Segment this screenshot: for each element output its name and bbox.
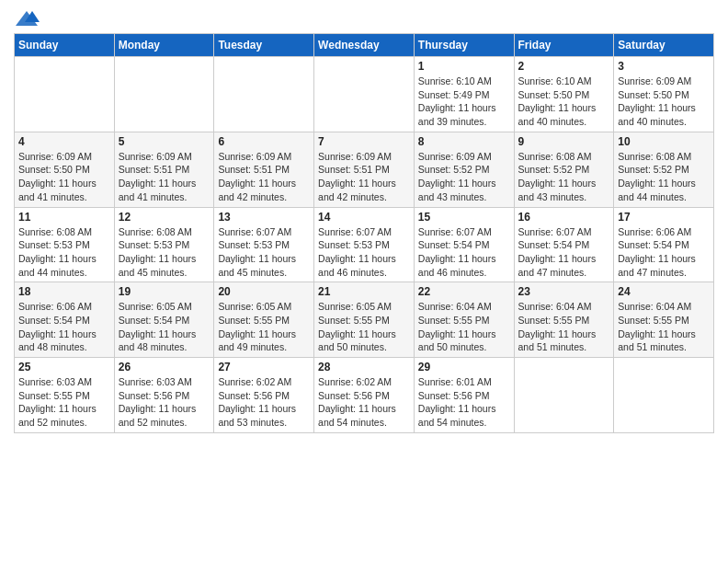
day-number: 18 <box>18 285 110 298</box>
day-info: Sunrise: 6:05 AM Sunset: 5:55 PM Dayligh… <box>318 300 410 354</box>
calendar-header-row: SundayMondayTuesdayWednesdayThursdayFrid… <box>15 34 714 57</box>
calendar-cell: 1Sunrise: 6:10 AM Sunset: 5:49 PM Daylig… <box>414 57 514 132</box>
day-info: Sunrise: 6:03 AM Sunset: 5:55 PM Dayligh… <box>18 375 110 430</box>
calendar-cell: 5Sunrise: 6:09 AM Sunset: 5:51 PM Daylig… <box>114 132 214 207</box>
day-info: Sunrise: 6:04 AM Sunset: 5:55 PM Dayligh… <box>518 300 610 354</box>
day-number: 29 <box>418 361 510 373</box>
calendar-cell: 28Sunrise: 6:02 AM Sunset: 5:56 PM Dayli… <box>314 358 415 433</box>
day-number: 11 <box>18 211 110 224</box>
day-info: Sunrise: 6:07 AM Sunset: 5:54 PM Dayligh… <box>518 225 610 280</box>
calendar-week-row: 4Sunrise: 6:09 AM Sunset: 5:50 PM Daylig… <box>15 132 714 207</box>
day-number: 2 <box>518 60 610 73</box>
day-number: 25 <box>18 361 110 373</box>
calendar-cell <box>314 57 415 132</box>
calendar-cell: 10Sunrise: 6:08 AM Sunset: 5:52 PM Dayli… <box>614 132 714 207</box>
day-info: Sunrise: 6:09 AM Sunset: 5:50 PM Dayligh… <box>18 150 110 204</box>
calendar-cell: 17Sunrise: 6:06 AM Sunset: 5:54 PM Dayli… <box>614 207 714 282</box>
calendar-cell: 7Sunrise: 6:09 AM Sunset: 5:51 PM Daylig… <box>314 132 415 207</box>
calendar-cell: 26Sunrise: 6:03 AM Sunset: 5:56 PM Dayli… <box>114 358 214 433</box>
day-info: Sunrise: 6:09 AM Sunset: 5:50 PM Dayligh… <box>618 75 710 129</box>
day-number: 10 <box>618 135 710 148</box>
day-number: 9 <box>518 135 610 148</box>
col-header-thursday: Thursday <box>414 34 514 57</box>
day-number: 27 <box>218 361 310 373</box>
col-header-saturday: Saturday <box>614 34 714 57</box>
calendar-cell: 19Sunrise: 6:05 AM Sunset: 5:54 PM Dayli… <box>114 282 214 358</box>
calendar-cell: 25Sunrise: 6:03 AM Sunset: 5:55 PM Dayli… <box>15 358 115 433</box>
col-header-wednesday: Wednesday <box>314 34 415 57</box>
day-number: 8 <box>418 135 510 148</box>
day-info: Sunrise: 6:09 AM Sunset: 5:51 PM Dayligh… <box>119 150 210 204</box>
calendar-cell <box>114 57 214 132</box>
calendar-cell: 24Sunrise: 6:04 AM Sunset: 5:55 PM Dayli… <box>614 282 714 358</box>
day-info: Sunrise: 6:09 AM Sunset: 5:52 PM Dayligh… <box>418 150 510 204</box>
calendar-cell <box>514 358 614 433</box>
day-info: Sunrise: 6:05 AM Sunset: 5:54 PM Dayligh… <box>119 300 210 354</box>
calendar-cell: 23Sunrise: 6:04 AM Sunset: 5:55 PM Dayli… <box>514 282 614 358</box>
calendar-cell: 8Sunrise: 6:09 AM Sunset: 5:52 PM Daylig… <box>414 132 514 207</box>
calendar-cell: 16Sunrise: 6:07 AM Sunset: 5:54 PM Dayli… <box>514 207 614 282</box>
day-info: Sunrise: 6:07 AM Sunset: 5:53 PM Dayligh… <box>218 225 310 280</box>
calendar-cell <box>214 57 314 132</box>
calendar-week-row: 18Sunrise: 6:06 AM Sunset: 5:54 PM Dayli… <box>15 282 714 358</box>
day-info: Sunrise: 6:08 AM Sunset: 5:53 PM Dayligh… <box>18 225 110 280</box>
day-number: 4 <box>18 135 110 148</box>
day-info: Sunrise: 6:10 AM Sunset: 5:50 PM Dayligh… <box>518 75 610 129</box>
day-info: Sunrise: 6:02 AM Sunset: 5:56 PM Dayligh… <box>318 375 410 430</box>
calendar-cell <box>15 57 115 132</box>
day-number: 24 <box>618 285 710 298</box>
page-header <box>14 9 714 28</box>
day-number: 13 <box>218 211 310 224</box>
calendar-cell: 12Sunrise: 6:08 AM Sunset: 5:53 PM Dayli… <box>114 207 214 282</box>
col-header-tuesday: Tuesday <box>214 34 314 57</box>
logo-icon <box>14 9 40 28</box>
day-number: 15 <box>418 211 510 224</box>
day-info: Sunrise: 6:01 AM Sunset: 5:56 PM Dayligh… <box>418 375 510 430</box>
calendar-cell: 29Sunrise: 6:01 AM Sunset: 5:56 PM Dayli… <box>414 358 514 433</box>
col-header-monday: Monday <box>114 34 214 57</box>
day-number: 7 <box>318 135 410 148</box>
day-info: Sunrise: 6:08 AM Sunset: 5:52 PM Dayligh… <box>518 150 610 204</box>
day-number: 21 <box>318 285 410 298</box>
day-info: Sunrise: 6:07 AM Sunset: 5:54 PM Dayligh… <box>418 225 510 280</box>
calendar-cell: 15Sunrise: 6:07 AM Sunset: 5:54 PM Dayli… <box>414 207 514 282</box>
day-number: 20 <box>218 285 310 298</box>
calendar-cell: 3Sunrise: 6:09 AM Sunset: 5:50 PM Daylig… <box>614 57 714 132</box>
day-info: Sunrise: 6:06 AM Sunset: 5:54 PM Dayligh… <box>618 225 710 280</box>
day-info: Sunrise: 6:05 AM Sunset: 5:55 PM Dayligh… <box>218 300 310 354</box>
calendar-table: SundayMondayTuesdayWednesdayThursdayFrid… <box>14 33 714 433</box>
logo <box>14 9 43 28</box>
calendar-week-row: 25Sunrise: 6:03 AM Sunset: 5:55 PM Dayli… <box>15 358 714 433</box>
day-info: Sunrise: 6:07 AM Sunset: 5:53 PM Dayligh… <box>318 225 410 280</box>
calendar-cell: 20Sunrise: 6:05 AM Sunset: 5:55 PM Dayli… <box>214 282 314 358</box>
day-number: 6 <box>218 135 310 148</box>
calendar-cell: 18Sunrise: 6:06 AM Sunset: 5:54 PM Dayli… <box>15 282 115 358</box>
calendar-cell: 2Sunrise: 6:10 AM Sunset: 5:50 PM Daylig… <box>514 57 614 132</box>
calendar-cell: 13Sunrise: 6:07 AM Sunset: 5:53 PM Dayli… <box>214 207 314 282</box>
day-number: 19 <box>119 285 210 298</box>
calendar-cell: 14Sunrise: 6:07 AM Sunset: 5:53 PM Dayli… <box>314 207 415 282</box>
day-info: Sunrise: 6:08 AM Sunset: 5:53 PM Dayligh… <box>119 225 210 280</box>
calendar-cell: 6Sunrise: 6:09 AM Sunset: 5:51 PM Daylig… <box>214 132 314 207</box>
calendar-cell: 4Sunrise: 6:09 AM Sunset: 5:50 PM Daylig… <box>15 132 115 207</box>
day-number: 1 <box>418 60 510 73</box>
calendar-cell: 27Sunrise: 6:02 AM Sunset: 5:56 PM Dayli… <box>214 358 314 433</box>
day-number: 14 <box>318 211 410 224</box>
col-header-friday: Friday <box>514 34 614 57</box>
day-info: Sunrise: 6:10 AM Sunset: 5:49 PM Dayligh… <box>418 75 510 129</box>
calendar-cell <box>614 358 714 433</box>
day-number: 16 <box>518 211 610 224</box>
calendar-cell: 22Sunrise: 6:04 AM Sunset: 5:55 PM Dayli… <box>414 282 514 358</box>
day-info: Sunrise: 6:02 AM Sunset: 5:56 PM Dayligh… <box>218 375 310 430</box>
calendar-week-row: 1Sunrise: 6:10 AM Sunset: 5:49 PM Daylig… <box>15 57 714 132</box>
day-info: Sunrise: 6:04 AM Sunset: 5:55 PM Dayligh… <box>418 300 510 354</box>
calendar-cell: 11Sunrise: 6:08 AM Sunset: 5:53 PM Dayli… <box>15 207 115 282</box>
col-header-sunday: Sunday <box>15 34 115 57</box>
day-info: Sunrise: 6:08 AM Sunset: 5:52 PM Dayligh… <box>618 150 710 204</box>
day-info: Sunrise: 6:09 AM Sunset: 5:51 PM Dayligh… <box>318 150 410 204</box>
day-info: Sunrise: 6:06 AM Sunset: 5:54 PM Dayligh… <box>18 300 110 354</box>
day-number: 12 <box>119 211 210 224</box>
day-info: Sunrise: 6:04 AM Sunset: 5:55 PM Dayligh… <box>618 300 710 354</box>
day-number: 17 <box>618 211 710 224</box>
day-number: 5 <box>119 135 210 148</box>
